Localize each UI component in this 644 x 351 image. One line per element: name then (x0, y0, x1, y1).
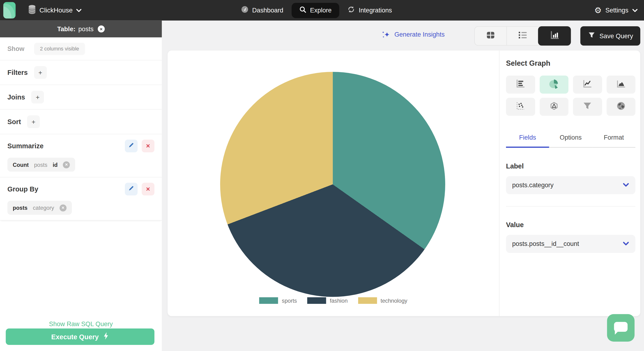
show-label: Show (8, 45, 24, 52)
table-header: Table: posts ✕ (0, 21, 162, 38)
sort-label: Sort (8, 118, 21, 126)
pencil-icon (128, 142, 134, 150)
graph-type-radar-button[interactable] (540, 98, 568, 116)
line-chart-icon (582, 78, 593, 91)
pencil-icon (128, 185, 134, 193)
app-logo (3, 2, 16, 18)
legend-label: technology (380, 298, 407, 304)
edit-summarize-button[interactable] (125, 140, 138, 152)
legend-item[interactable]: technology (358, 297, 408, 304)
legend-label: sports (282, 298, 297, 304)
database-selector[interactable]: ClickHouse (28, 0, 82, 21)
chevron-down-icon (76, 6, 82, 14)
filters-section: Filters + (0, 60, 162, 85)
table-view-button[interactable] (475, 27, 506, 45)
value-field-value: posts.posts__id__count (512, 240, 579, 248)
database-icon (28, 4, 36, 16)
graph-type-funnel-button[interactable] (573, 98, 602, 116)
graph-type-area-button[interactable] (606, 76, 635, 94)
add-sort-button[interactable]: + (27, 116, 40, 128)
settings-menu[interactable]: ⚙ Settings (594, 0, 638, 21)
list-view-icon (518, 31, 527, 40)
add-filter-button[interactable]: + (34, 66, 46, 79)
tab-options[interactable]: Options (549, 134, 592, 148)
legend-swatch (307, 297, 326, 304)
chevron-down-icon (623, 240, 629, 248)
chart-legend: sports fashion technology (168, 297, 499, 304)
generate-insights-label: Generate Insights (394, 31, 444, 38)
show-raw-sql-link[interactable]: Show Raw SQL Query (0, 320, 162, 328)
chart-area: sports fashion technology (168, 50, 500, 316)
table-view-icon (486, 30, 495, 42)
table-header-prefix: Table: (57, 25, 76, 33)
group-by-title: Group By (8, 185, 38, 193)
settings-label: Settings (605, 6, 628, 14)
group-by-chip: posts category ✕ (8, 201, 72, 215)
tab-format[interactable]: Format (592, 134, 636, 148)
columns-visible-pill[interactable]: 2 columns visible (34, 42, 85, 55)
panel-divider (506, 206, 635, 207)
save-query-button[interactable]: Save Query (580, 26, 640, 46)
legend-item[interactable]: sports (259, 297, 297, 304)
chevron-down-icon (632, 6, 638, 14)
edit-group-by-button[interactable] (125, 183, 138, 196)
nav-item-label: Dashboard (252, 6, 284, 14)
pie-chart-icon (548, 78, 560, 91)
app-root: ClickHouse Dashboard Explore (0, 0, 644, 351)
view-toggle-group (474, 26, 571, 46)
graph-type-scatter-button[interactable] (506, 98, 535, 116)
x-icon: ✕ (146, 143, 150, 149)
table-name: posts (78, 25, 94, 33)
generate-insights-button[interactable]: ✦ Generate Insights (384, 31, 444, 38)
main-nav: Dashboard Explore Integrations (240, 0, 393, 21)
chip-column: category (33, 204, 54, 211)
chip-table: posts (34, 162, 47, 168)
graph-type-line-button[interactable] (573, 76, 602, 94)
graph-type-grid (506, 76, 635, 116)
value-field-heading: Value (506, 221, 635, 229)
remove-chip-icon[interactable]: ✕ (60, 204, 66, 212)
show-section: Show 2 columns visible (0, 37, 162, 60)
legend-swatch (259, 297, 278, 304)
value-field-select[interactable]: posts.posts__id__count (506, 235, 635, 253)
pie-chart (220, 72, 445, 297)
database-name: ClickHouse (40, 6, 73, 14)
label-field-select[interactable]: posts.category (506, 176, 635, 194)
graph-type-map-button[interactable] (606, 98, 635, 116)
chip-table: posts (13, 204, 28, 211)
chip-aggregate: Count (13, 162, 29, 168)
funnel-icon (588, 31, 595, 40)
execute-query-button[interactable]: Execute Query (6, 328, 155, 345)
radar-chart-icon (549, 101, 560, 113)
results-card: sports fashion technology Select Graph (168, 50, 640, 316)
joins-section: Joins + (0, 85, 162, 110)
add-join-button[interactable]: + (31, 91, 44, 104)
chat-widget-button[interactable] (607, 314, 634, 342)
chart-view-icon (550, 30, 560, 42)
joins-label: Joins (8, 93, 25, 101)
list-view-button[interactable] (506, 27, 538, 45)
lightning-icon (103, 332, 109, 342)
legend-item[interactable]: fashion (307, 297, 348, 304)
nav-item-integrations[interactable]: Integrations (347, 6, 393, 15)
remove-summarize-button[interactable]: ✕ (142, 140, 154, 152)
nav-item-explore[interactable]: Explore (292, 2, 339, 18)
graph-type-pie-button[interactable] (540, 76, 568, 94)
close-table-icon[interactable]: ✕ (98, 26, 105, 32)
save-query-label: Save Query (600, 32, 633, 40)
gauge-icon (241, 6, 248, 15)
group-by-section: Group By ✕ posts category ✕ (0, 178, 162, 220)
graph-settings-panel: Select Graph (506, 50, 635, 316)
chevron-down-icon (623, 182, 629, 189)
execute-query-label: Execute Query (51, 333, 98, 340)
sparkle-icon: ✦ (384, 31, 390, 38)
remove-group-by-button[interactable]: ✕ (142, 183, 154, 196)
chart-view-button[interactable] (538, 26, 571, 46)
nav-item-dashboard[interactable]: Dashboard (240, 6, 284, 15)
tab-fields[interactable]: Fields (506, 134, 549, 148)
nav-item-label: Explore (310, 6, 332, 14)
remove-chip-icon[interactable]: ✕ (63, 161, 70, 168)
graph-type-bar-button[interactable] (506, 76, 535, 94)
gear-icon: ⚙ (594, 6, 602, 14)
top-navbar: ClickHouse Dashboard Explore (0, 0, 644, 21)
